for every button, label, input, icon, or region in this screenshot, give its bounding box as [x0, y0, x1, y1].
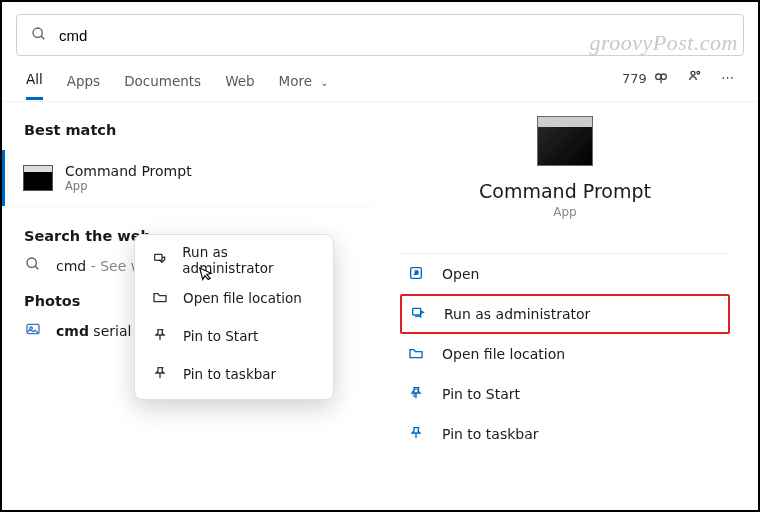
cm-open-location[interactable]: Open file location — [135, 279, 333, 317]
more-options-icon[interactable]: ⋯ — [721, 70, 736, 85]
folder-icon — [406, 345, 426, 364]
shield-admin-icon — [149, 251, 170, 270]
preview-subtitle: App — [400, 205, 730, 219]
cm-pin-taskbar[interactable]: Pin to taskbar — [135, 355, 333, 393]
action-open-location-label: Open file location — [442, 346, 565, 362]
svg-point-6 — [697, 71, 700, 74]
svg-point-2 — [656, 74, 661, 79]
action-open-label: Open — [442, 266, 479, 282]
action-run-admin-label: Run as administrator — [444, 306, 590, 322]
best-match-heading: Best match — [24, 122, 372, 138]
best-match-subtitle: App — [65, 179, 192, 193]
search-icon — [31, 26, 47, 45]
pin-icon — [149, 327, 171, 346]
action-open-location[interactable]: Open file location — [400, 334, 730, 374]
tab-documents[interactable]: Documents — [124, 73, 201, 99]
svg-point-7 — [27, 258, 36, 267]
points-value: 779 — [622, 71, 647, 86]
header-right: 779 ⋯ — [622, 68, 736, 87]
svg-rect-12 — [413, 308, 421, 315]
action-open[interactable]: Open — [400, 254, 730, 294]
best-match-item[interactable]: Command Prompt App — [2, 150, 372, 206]
svg-point-5 — [691, 71, 695, 75]
pin-icon — [149, 365, 171, 384]
tab-apps[interactable]: Apps — [67, 73, 100, 99]
account-icon[interactable] — [687, 68, 703, 87]
action-run-admin[interactable]: Run as administrator — [400, 294, 730, 334]
best-match-title: Command Prompt — [65, 163, 192, 179]
cm-run-admin[interactable]: Run as administrator — [135, 241, 333, 279]
svg-rect-15 — [154, 254, 161, 260]
open-icon — [406, 265, 426, 284]
svg-point-3 — [661, 74, 666, 79]
web-item-query: cmd — [56, 258, 86, 274]
svg-point-0 — [33, 28, 42, 37]
cm-pin-start-label: Pin to Start — [183, 328, 258, 344]
action-pin-taskbar-label: Pin to taskbar — [442, 426, 539, 442]
action-pin-taskbar[interactable]: Pin to taskbar — [400, 414, 730, 454]
command-prompt-icon — [23, 165, 53, 191]
context-menu: Run as administrator Open file location … — [134, 234, 334, 400]
tab-web[interactable]: Web — [225, 73, 254, 99]
preview-actions: Open Run as administrator Open file loca… — [400, 253, 730, 454]
photo-icon — [24, 321, 42, 340]
pin-icon — [406, 425, 426, 444]
action-pin-start-label: Pin to Start — [442, 386, 520, 402]
preview-title: Command Prompt — [400, 180, 730, 202]
preview-pane: Command Prompt App Open Run as administr… — [372, 110, 758, 500]
search-bar[interactable] — [16, 14, 744, 56]
pin-icon — [406, 385, 426, 404]
tabs-row: All Apps Documents Web More ⌄ 779 ⋯ — [2, 60, 758, 102]
chevron-down-icon: ⌄ — [320, 77, 328, 88]
cm-pin-taskbar-label: Pin to taskbar — [183, 366, 276, 382]
cm-open-location-label: Open file location — [183, 290, 302, 306]
search-input[interactable] — [59, 27, 729, 44]
action-pin-start[interactable]: Pin to Start — [400, 374, 730, 414]
cm-pin-start[interactable]: Pin to Start — [135, 317, 333, 355]
cm-run-admin-label: Run as administrator — [182, 244, 319, 276]
folder-icon — [149, 289, 171, 308]
svg-line-8 — [35, 266, 38, 269]
rewards-points[interactable]: 779 — [622, 70, 669, 86]
photo-item-prefix: cmd — [56, 323, 89, 339]
tab-more[interactable]: More ⌄ — [279, 73, 329, 99]
tab-more-label: More — [279, 73, 312, 89]
tab-all[interactable]: All — [26, 71, 43, 100]
shield-admin-icon — [408, 305, 428, 324]
search-icon — [24, 256, 42, 275]
svg-line-1 — [41, 36, 44, 39]
preview-app-icon — [537, 116, 593, 166]
